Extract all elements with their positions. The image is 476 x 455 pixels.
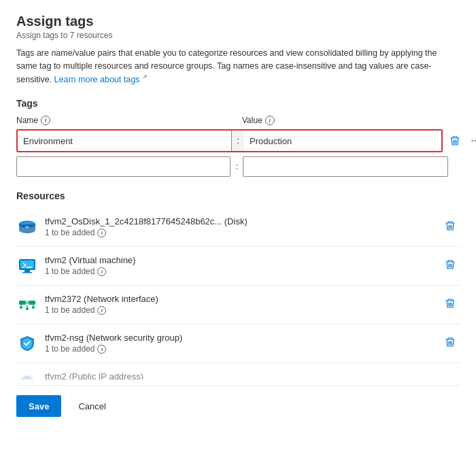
active-tag-wrapper: : — [16, 129, 443, 152]
resource-info-icon-vm[interactable]: i — [97, 267, 106, 276]
resource-item-pip: tfvm2 (Public IP address) — [16, 363, 460, 380]
resource-status-nic: 1 to be added i — [45, 305, 441, 315]
resource-status-disk: 1 to be added i — [45, 228, 441, 237]
cancel-button[interactable]: Cancel — [67, 395, 117, 417]
trash-icon-1 — [450, 135, 460, 146]
resources-section: Resources tfvm2_OsDisk_1_2c4218f81776452… — [16, 190, 460, 380]
resources-section-title: Resources — [16, 190, 460, 201]
tags-section-title: Tags — [16, 98, 460, 109]
svg-rect-9 — [29, 301, 35, 305]
resource-info-icon-disk[interactable]: i — [97, 229, 106, 237]
svg-rect-8 — [19, 301, 26, 305]
page-description: Tags are name/value pairs that enable yo… — [16, 47, 460, 86]
trash-icon-nsg — [445, 337, 455, 348]
learn-more-link[interactable]: Learn more about tags ↗ — [54, 75, 148, 84]
resource-status-vm: 1 to be added i — [45, 267, 441, 276]
value-info-icon[interactable]: i — [265, 116, 275, 125]
resource-delete-nsg — [441, 333, 460, 352]
resource-name-nic: tfvm2372 (Network interface) — [45, 294, 441, 304]
name-info-icon[interactable]: i — [41, 116, 50, 125]
tag-value-input-1[interactable] — [244, 131, 441, 151]
nsg-icon-svg — [18, 334, 37, 353]
resource-status-nsg: 1 to be added i — [45, 344, 441, 354]
value-column-header: Value i — [242, 116, 275, 125]
resource-delete-nic — [441, 294, 460, 313]
nsg-resource-icon — [16, 333, 38, 354]
resource-name-vm: tfvm2 (Virtual machine) — [45, 255, 441, 265]
resource-delete-button-vm[interactable] — [441, 255, 460, 274]
resource-info-disk: tfvm2_OsDisk_1_2c4218f8177645248b62c... … — [45, 216, 441, 237]
tags-section: Tags Name i Value i : — [16, 98, 460, 177]
vm-icon-svg — [18, 256, 37, 275]
tag-row-1-actions: ··· — [445, 131, 476, 150]
tag-name-input-1[interactable] — [18, 131, 232, 151]
nic-resource-icon — [16, 294, 38, 316]
resource-delete-vm — [441, 255, 460, 274]
resource-info-vm: tfvm2 (Virtual machine) 1 to be added i — [45, 255, 441, 276]
tags-column-headers: Name i Value i — [16, 116, 460, 125]
empty-tag-wrapper: : — [16, 156, 448, 177]
svg-rect-11 — [25, 301, 29, 304]
resource-info-nsg: tfvm2-nsg (Network security group) 1 to … — [45, 333, 441, 354]
tag-name-input-2[interactable] — [16, 156, 231, 177]
save-button[interactable]: Save — [16, 395, 61, 417]
resource-delete-disk — [441, 216, 460, 235]
resource-name-nsg: tfvm2-nsg (Network security group) — [45, 333, 441, 343]
vm-resource-icon — [16, 255, 38, 277]
trash-icon-nic — [445, 298, 455, 309]
disk-resource-icon — [16, 216, 38, 238]
tag-value-input-2[interactable] — [243, 156, 448, 177]
tag-row-2: : — [16, 156, 460, 177]
svg-rect-5 — [24, 270, 30, 272]
resource-item-nic: tfvm2372 (Network interface) 1 to be add… — [16, 286, 460, 324]
resource-delete-button-nic[interactable] — [441, 294, 460, 313]
resource-item-vm: tfvm2 (Virtual machine) 1 to be added i — [16, 247, 460, 286]
pip-resource-icon — [16, 371, 38, 380]
colon-separator-2: : — [231, 156, 243, 177]
nic-icon-svg — [18, 295, 37, 314]
resource-info-icon-nic[interactable]: i — [97, 306, 106, 315]
resource-info-pip: tfvm2 (Public IP address) — [45, 371, 460, 380]
svg-point-2 — [25, 226, 29, 229]
page-subtitle: Assign tags to 7 resources — [16, 31, 460, 40]
resource-item-disk: tfvm2_OsDisk_1_2c4218f8177645248b62c... … — [16, 208, 460, 247]
resource-delete-button-nsg[interactable] — [441, 333, 460, 352]
resource-item-nsg: tfvm2-nsg (Network security group) 1 to … — [16, 324, 460, 363]
page-container: Assign tags Assign tags to 7 resources T… — [0, 0, 476, 428]
disk-icon-svg — [18, 218, 37, 237]
tag-row-1: : ··· — [16, 129, 460, 152]
tag-more-button-1[interactable]: ··· — [466, 131, 476, 150]
resource-delete-button-disk[interactable] — [441, 216, 460, 235]
page-title: Assign tags — [16, 14, 460, 29]
colon-separator-1: : — [232, 131, 244, 151]
pip-icon-svg — [18, 373, 37, 380]
svg-rect-6 — [22, 272, 32, 273]
trash-icon-disk — [445, 220, 455, 231]
tag-delete-button-1[interactable] — [445, 131, 464, 150]
name-column-header: Name i — [16, 116, 234, 125]
resource-info-nic: tfvm2372 (Network interface) 1 to be add… — [45, 294, 441, 315]
svg-point-18 — [20, 375, 34, 380]
resource-info-icon-nsg[interactable]: i — [97, 345, 106, 354]
trash-icon-vm — [445, 259, 455, 270]
resource-name-disk: tfvm2_OsDisk_1_2c4218f8177645248b62c... … — [45, 216, 441, 226]
resource-name-pip: tfvm2 (Public IP address) — [45, 371, 460, 380]
footer: Save Cancel — [16, 385, 460, 417]
